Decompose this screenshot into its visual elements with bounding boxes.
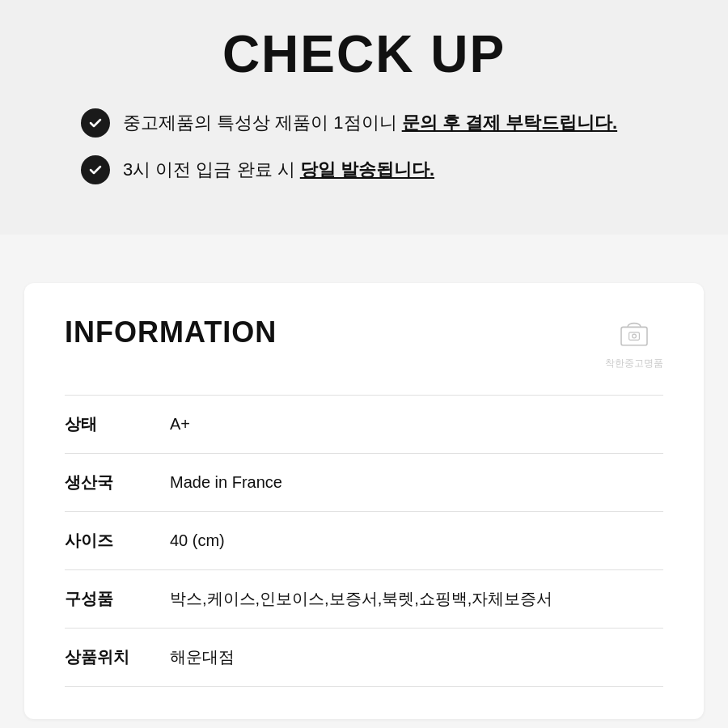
value-location: 해운대점 <box>170 628 663 686</box>
table-row: 구성품 박스,케이스,인보이스,보증서,북렛,쇼핑백,자체보증서 <box>65 569 663 628</box>
gap-section <box>0 235 728 283</box>
svg-rect-1 <box>629 332 640 341</box>
value-origin: Made in France <box>170 453 663 511</box>
check-item-2: 3시 이전 입금 완료 시 당일 발송됩니다. <box>81 155 647 184</box>
table-row: 사이즈 40 (cm) <box>65 511 663 569</box>
label-origin: 생산국 <box>65 453 170 511</box>
value-status: A+ <box>170 395 663 453</box>
table-row: 생산국 Made in France <box>65 453 663 511</box>
info-title: INFORMATION <box>65 315 277 349</box>
check-icon-2 <box>81 155 110 184</box>
page-title: CHECK UP <box>32 24 696 84</box>
check-item-1: 중고제품의 특성상 제품이 1점이니 문의 후 결제 부탁드립니다. <box>81 108 647 138</box>
check-text-1: 중고제품의 특성상 제품이 1점이니 문의 후 결제 부탁드립니다. <box>123 111 617 136</box>
table-row: 상품위치 해운대점 <box>65 628 663 686</box>
check-list: 중고제품의 특성상 제품이 1점이니 문의 후 결제 부탁드립니다. 3시 이전… <box>81 108 647 202</box>
value-size: 40 (cm) <box>170 511 663 569</box>
label-status: 상태 <box>65 395 170 453</box>
info-card: INFORMATION 착한중고명품 상태 A+ 생산국 Made in Fra… <box>24 283 704 719</box>
table-row: 상태 A+ <box>65 395 663 453</box>
value-components: 박스,케이스,인보이스,보증서,북렛,쇼핑백,자체보증서 <box>170 569 663 628</box>
svg-rect-0 <box>621 327 647 345</box>
header-section: CHECK UP 중고제품의 특성상 제품이 1점이니 문의 후 결제 부탁드립… <box>0 0 728 235</box>
label-components: 구성품 <box>65 569 170 628</box>
info-table: 상태 A+ 생산국 Made in France 사이즈 40 (cm) 구성품… <box>65 395 663 687</box>
info-header: INFORMATION 착한중고명품 <box>65 315 663 370</box>
watermark-label: 착한중고명품 <box>605 358 663 370</box>
check-text-2: 3시 이전 입금 완료 시 당일 발송됩니다. <box>123 158 434 183</box>
label-location: 상품위치 <box>65 628 170 686</box>
label-size: 사이즈 <box>65 511 170 569</box>
check-icon-1 <box>81 108 110 138</box>
watermark: 착한중고명품 <box>605 315 663 370</box>
svg-point-2 <box>633 334 637 338</box>
